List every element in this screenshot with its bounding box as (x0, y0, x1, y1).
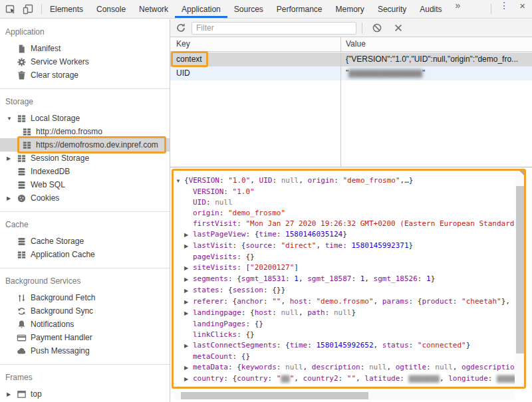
tree-line[interactable]: landingPages: {} (176, 319, 515, 330)
token: : (219, 176, 228, 185)
sidebar-item-notifications[interactable]: Notifications (0, 318, 170, 331)
sidebar-item-label: Push Messaging (31, 346, 90, 355)
tabs: ElementsConsoleNetworkApplicationSources… (43, 0, 449, 18)
tree-line[interactable]: ▶lastConnectSegments: {time: 15801459926… (176, 340, 515, 352)
tree-line[interactable]: metaCount: {} (176, 352, 515, 362)
expander-closed-icon[interactable]: ▶ (184, 263, 193, 274)
expander-closed-icon[interactable]: ▶ (184, 308, 193, 319)
tab-network[interactable]: Network (132, 0, 175, 18)
expander-closed-icon[interactable]: ▶ (184, 274, 193, 285)
expander-closed-icon[interactable]: ▶ (184, 363, 193, 373)
sidebar-item-service-workers[interactable]: Service Workers (0, 55, 170, 68)
token: } (466, 341, 471, 350)
token: country (193, 374, 223, 383)
fetch-icon (17, 293, 27, 303)
more-tabs-button[interactable]: » (449, 0, 467, 18)
sidebar-item-https-demofrosmo-dev-inpref-com[interactable]: https://demofrosmo.dev.inpref.com (0, 138, 170, 151)
token: ogdescription (462, 363, 515, 371)
tree-line[interactable]: targetgroups: [] (176, 385, 515, 387)
expander-closed-icon[interactable]: ▶ (184, 374, 193, 385)
chevron-down-icon[interactable]: ▼ (7, 116, 17, 122)
sidebar-item-cache-storage[interactable]: Cache Storage (0, 235, 170, 248)
token: : { (241, 308, 255, 317)
expander-open-icon[interactable]: ▼ (176, 176, 184, 187)
vertical-scrollbar-thumb[interactable] (516, 186, 524, 353)
chevron-right-icon[interactable]: ▶ (7, 155, 17, 161)
tree-line[interactable]: ▶lastPageView: {time: 1580146035124} (176, 229, 515, 241)
sidebar-item-payment-handler[interactable]: Payment Handler (0, 331, 170, 344)
frame-icon (17, 389, 27, 399)
tree-line[interactable]: firstVisit: "Mon Jan 27 2020 19:26:32 GM… (176, 219, 515, 229)
delete-selected-icon[interactable] (393, 23, 404, 33)
tab-security[interactable]: Security (371, 0, 413, 18)
tab-application[interactable]: Application (175, 0, 227, 18)
token: null (281, 308, 299, 317)
tree-line[interactable]: ▶country: {country: "▇▇", country2: "", … (176, 373, 515, 385)
sidebar-item-local-storage[interactable]: ▼Local Storage (0, 112, 170, 125)
device-toolbar-icon[interactable] (23, 4, 33, 15)
storage-row-context[interactable]: context{"VERSION":"1.0","UID":null,"orig… (170, 52, 532, 66)
sidebar-item-clear-storage[interactable]: Clear storage (0, 68, 170, 82)
tab-memory[interactable]: Memory (329, 0, 371, 18)
tree-line[interactable]: ▼{VERSION: "1.0", UID: null, origin: "de… (176, 175, 515, 187)
clear-all-icon[interactable] (372, 23, 382, 33)
token: : (277, 230, 285, 239)
tab-sources[interactable]: Sources (227, 0, 270, 18)
tree-line[interactable]: ▶segments: {sgmt_18531: 1, sgmt_18587: 1… (176, 274, 515, 285)
expander-closed-icon[interactable]: ▶ (184, 286, 193, 296)
expander-closed-icon[interactable]: ▶ (184, 241, 193, 252)
refresh-icon[interactable] (176, 23, 186, 33)
expander-closed-icon[interactable]: ▶ (184, 341, 193, 352)
storage-row-uid[interactable]: UID"▇▇▇▇▇▇▇▇▇▇▇▇" (170, 66, 532, 80)
sidebar-item-top[interactable]: ▶top (0, 387, 170, 401)
sidebar-item-indexeddb[interactable]: IndexedDB (0, 165, 170, 178)
column-header-value[interactable]: Value (340, 37, 532, 51)
horizontal-scrollbar-thumb[interactable] (181, 392, 368, 399)
column-header-key[interactable]: Key (170, 37, 340, 51)
tab-elements[interactable]: Elements (43, 0, 90, 18)
tree-line[interactable]: ▶siteVisits: ["20200127"] (176, 262, 515, 274)
chevron-right-icon[interactable]: ▶ (7, 195, 17, 201)
sidebar-item-web-sql[interactable]: Web SQL (0, 178, 170, 191)
tree-line[interactable]: ▶lastVisit: {source: "direct", time: 158… (176, 241, 515, 252)
tree-line[interactable]: VERSION: "1.0" (176, 187, 515, 197)
table-icon (17, 250, 27, 260)
token: : (223, 187, 232, 196)
tab-console[interactable]: Console (90, 0, 132, 18)
tab-audits[interactable]: Audits (413, 0, 448, 18)
tree-line[interactable]: ▶states: {session: {}} (176, 285, 515, 296)
expander-closed-icon[interactable]: ▶ (184, 230, 193, 241)
chevron-right-icon[interactable]: ▶ (7, 391, 17, 397)
tab-performance[interactable]: Performance (270, 0, 329, 18)
token: "demo_frosmo" (228, 209, 285, 217)
kebab-menu-icon[interactable]: ⋮ (493, 0, 515, 18)
token: ,…} (400, 176, 414, 185)
tree-line[interactable]: origin: "demo_frosmo" (176, 208, 515, 219)
token: null (281, 176, 299, 185)
sidebar-item-label: Background Sync (31, 306, 93, 316)
sidebar-item-cookies[interactable]: ▶Cookies (0, 191, 170, 205)
horizontal-scrollbar[interactable] (174, 391, 515, 400)
inspect-element-icon[interactable] (5, 4, 16, 15)
tree-line[interactable]: linkClicks: {} (176, 330, 515, 340)
sidebar-item-background-fetch[interactable]: Background Fetch (0, 291, 170, 304)
tree-line[interactable]: ▶referer: {anchor: "", host: "demo.frosm… (176, 296, 515, 308)
expander-closed-icon[interactable]: ▶ (184, 297, 193, 308)
sidebar-item-application-cache[interactable]: Application Cache (0, 248, 170, 261)
vertical-scrollbar[interactable] (515, 171, 525, 386)
tree-line[interactable]: UID: null (176, 197, 515, 208)
close-icon[interactable]: × (515, 0, 532, 18)
sidebar-item-http-demo-frosmo[interactable]: http://demo.frosmo (0, 125, 170, 138)
trash-icon (17, 70, 27, 80)
token: : (219, 209, 228, 217)
tree-line[interactable]: ▶landingpage: {host: null, path: null} (176, 308, 515, 319)
filter-input[interactable] (192, 22, 356, 35)
sidebar-item-push-messaging[interactable]: Push Messaging (0, 344, 170, 357)
token: null (215, 198, 233, 207)
tree-line[interactable]: ▶metaData: {keywords: null, description:… (176, 362, 515, 373)
token: , (299, 308, 307, 317)
sidebar-item-manifest[interactable]: Manifest (0, 42, 170, 55)
sidebar-item-session-storage[interactable]: ▶Session Storage (0, 151, 170, 165)
sidebar-item-background-sync[interactable]: Background Sync (0, 304, 170, 318)
tree-line[interactable]: pageVisits: {} (176, 252, 515, 262)
